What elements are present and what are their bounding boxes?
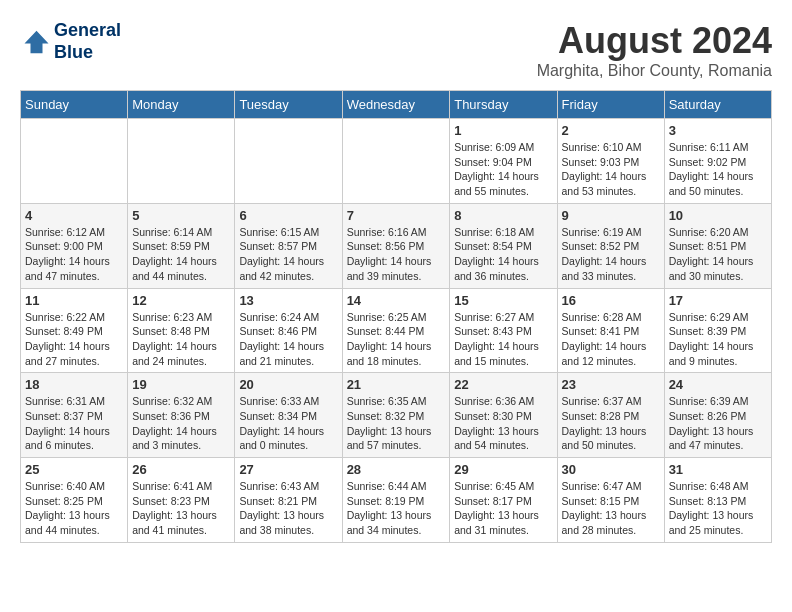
calendar-cell: 23Sunrise: 6:37 AMSunset: 8:28 PMDayligh… (557, 373, 664, 458)
day-info: Sunrise: 6:10 AMSunset: 9:03 PMDaylight:… (562, 140, 660, 199)
calendar-cell: 26Sunrise: 6:41 AMSunset: 8:23 PMDayligh… (128, 458, 235, 543)
calendar-week-3: 11Sunrise: 6:22 AMSunset: 8:49 PMDayligh… (21, 288, 772, 373)
day-number: 13 (239, 293, 337, 308)
day-info: Sunrise: 6:14 AMSunset: 8:59 PMDaylight:… (132, 225, 230, 284)
calendar-cell: 1Sunrise: 6:09 AMSunset: 9:04 PMDaylight… (450, 119, 557, 204)
weekday-header-saturday: Saturday (664, 91, 771, 119)
weekday-header-row: SundayMondayTuesdayWednesdayThursdayFrid… (21, 91, 772, 119)
day-info: Sunrise: 6:47 AMSunset: 8:15 PMDaylight:… (562, 479, 660, 538)
calendar-cell: 12Sunrise: 6:23 AMSunset: 8:48 PMDayligh… (128, 288, 235, 373)
day-info: Sunrise: 6:12 AMSunset: 9:00 PMDaylight:… (25, 225, 123, 284)
day-info: Sunrise: 6:15 AMSunset: 8:57 PMDaylight:… (239, 225, 337, 284)
day-info: Sunrise: 6:36 AMSunset: 8:30 PMDaylight:… (454, 394, 552, 453)
day-info: Sunrise: 6:20 AMSunset: 8:51 PMDaylight:… (669, 225, 767, 284)
weekday-header-thursday: Thursday (450, 91, 557, 119)
header: General Blue August 2024 Marghita, Bihor… (20, 20, 772, 80)
calendar-cell: 7Sunrise: 6:16 AMSunset: 8:56 PMDaylight… (342, 203, 450, 288)
day-info: Sunrise: 6:45 AMSunset: 8:17 PMDaylight:… (454, 479, 552, 538)
calendar-cell: 16Sunrise: 6:28 AMSunset: 8:41 PMDayligh… (557, 288, 664, 373)
calendar-cell: 18Sunrise: 6:31 AMSunset: 8:37 PMDayligh… (21, 373, 128, 458)
day-number: 30 (562, 462, 660, 477)
day-info: Sunrise: 6:29 AMSunset: 8:39 PMDaylight:… (669, 310, 767, 369)
day-number: 18 (25, 377, 123, 392)
day-number: 27 (239, 462, 337, 477)
day-number: 7 (347, 208, 446, 223)
day-number: 20 (239, 377, 337, 392)
weekday-header-tuesday: Tuesday (235, 91, 342, 119)
day-number: 28 (347, 462, 446, 477)
calendar-body: 1Sunrise: 6:09 AMSunset: 9:04 PMDaylight… (21, 119, 772, 543)
calendar-cell: 29Sunrise: 6:45 AMSunset: 8:17 PMDayligh… (450, 458, 557, 543)
weekday-header-sunday: Sunday (21, 91, 128, 119)
day-number: 9 (562, 208, 660, 223)
calendar-week-1: 1Sunrise: 6:09 AMSunset: 9:04 PMDaylight… (21, 119, 772, 204)
calendar-cell: 15Sunrise: 6:27 AMSunset: 8:43 PMDayligh… (450, 288, 557, 373)
day-info: Sunrise: 6:19 AMSunset: 8:52 PMDaylight:… (562, 225, 660, 284)
calendar-week-4: 18Sunrise: 6:31 AMSunset: 8:37 PMDayligh… (21, 373, 772, 458)
calendar-cell: 22Sunrise: 6:36 AMSunset: 8:30 PMDayligh… (450, 373, 557, 458)
day-number: 24 (669, 377, 767, 392)
day-number: 29 (454, 462, 552, 477)
calendar-cell: 24Sunrise: 6:39 AMSunset: 8:26 PMDayligh… (664, 373, 771, 458)
calendar-week-2: 4Sunrise: 6:12 AMSunset: 9:00 PMDaylight… (21, 203, 772, 288)
location-subtitle: Marghita, Bihor County, Romania (537, 62, 772, 80)
day-info: Sunrise: 6:37 AMSunset: 8:28 PMDaylight:… (562, 394, 660, 453)
day-number: 8 (454, 208, 552, 223)
day-info: Sunrise: 6:48 AMSunset: 8:13 PMDaylight:… (669, 479, 767, 538)
day-info: Sunrise: 6:31 AMSunset: 8:37 PMDaylight:… (25, 394, 123, 453)
logo-icon (20, 27, 50, 57)
day-number: 11 (25, 293, 123, 308)
day-number: 3 (669, 123, 767, 138)
day-info: Sunrise: 6:40 AMSunset: 8:25 PMDaylight:… (25, 479, 123, 538)
day-number: 5 (132, 208, 230, 223)
day-number: 25 (25, 462, 123, 477)
day-info: Sunrise: 6:27 AMSunset: 8:43 PMDaylight:… (454, 310, 552, 369)
calendar-cell (128, 119, 235, 204)
calendar-cell: 13Sunrise: 6:24 AMSunset: 8:46 PMDayligh… (235, 288, 342, 373)
calendar-cell: 25Sunrise: 6:40 AMSunset: 8:25 PMDayligh… (21, 458, 128, 543)
calendar-cell (21, 119, 128, 204)
day-number: 14 (347, 293, 446, 308)
calendar-cell: 27Sunrise: 6:43 AMSunset: 8:21 PMDayligh… (235, 458, 342, 543)
calendar-cell: 10Sunrise: 6:20 AMSunset: 8:51 PMDayligh… (664, 203, 771, 288)
calendar-cell: 9Sunrise: 6:19 AMSunset: 8:52 PMDaylight… (557, 203, 664, 288)
day-info: Sunrise: 6:41 AMSunset: 8:23 PMDaylight:… (132, 479, 230, 538)
day-info: Sunrise: 6:28 AMSunset: 8:41 PMDaylight:… (562, 310, 660, 369)
day-info: Sunrise: 6:44 AMSunset: 8:19 PMDaylight:… (347, 479, 446, 538)
calendar-cell: 11Sunrise: 6:22 AMSunset: 8:49 PMDayligh… (21, 288, 128, 373)
calendar-cell: 3Sunrise: 6:11 AMSunset: 9:02 PMDaylight… (664, 119, 771, 204)
day-number: 12 (132, 293, 230, 308)
day-info: Sunrise: 6:32 AMSunset: 8:36 PMDaylight:… (132, 394, 230, 453)
calendar-cell: 30Sunrise: 6:47 AMSunset: 8:15 PMDayligh… (557, 458, 664, 543)
day-number: 23 (562, 377, 660, 392)
logo: General Blue (20, 20, 121, 63)
calendar-cell: 4Sunrise: 6:12 AMSunset: 9:00 PMDaylight… (21, 203, 128, 288)
day-info: Sunrise: 6:18 AMSunset: 8:54 PMDaylight:… (454, 225, 552, 284)
day-info: Sunrise: 6:09 AMSunset: 9:04 PMDaylight:… (454, 140, 552, 199)
calendar-cell: 14Sunrise: 6:25 AMSunset: 8:44 PMDayligh… (342, 288, 450, 373)
day-info: Sunrise: 6:11 AMSunset: 9:02 PMDaylight:… (669, 140, 767, 199)
day-number: 1 (454, 123, 552, 138)
day-number: 31 (669, 462, 767, 477)
day-info: Sunrise: 6:22 AMSunset: 8:49 PMDaylight:… (25, 310, 123, 369)
calendar-cell: 21Sunrise: 6:35 AMSunset: 8:32 PMDayligh… (342, 373, 450, 458)
day-info: Sunrise: 6:39 AMSunset: 8:26 PMDaylight:… (669, 394, 767, 453)
day-number: 26 (132, 462, 230, 477)
weekday-header-friday: Friday (557, 91, 664, 119)
day-info: Sunrise: 6:24 AMSunset: 8:46 PMDaylight:… (239, 310, 337, 369)
calendar-cell: 6Sunrise: 6:15 AMSunset: 8:57 PMDaylight… (235, 203, 342, 288)
logo-text: General Blue (54, 20, 121, 63)
day-number: 22 (454, 377, 552, 392)
calendar-cell: 2Sunrise: 6:10 AMSunset: 9:03 PMDaylight… (557, 119, 664, 204)
day-number: 6 (239, 208, 337, 223)
calendar-cell: 5Sunrise: 6:14 AMSunset: 8:59 PMDaylight… (128, 203, 235, 288)
calendar-cell: 28Sunrise: 6:44 AMSunset: 8:19 PMDayligh… (342, 458, 450, 543)
calendar-week-5: 25Sunrise: 6:40 AMSunset: 8:25 PMDayligh… (21, 458, 772, 543)
calendar-table: SundayMondayTuesdayWednesdayThursdayFrid… (20, 90, 772, 543)
weekday-header-monday: Monday (128, 91, 235, 119)
day-info: Sunrise: 6:16 AMSunset: 8:56 PMDaylight:… (347, 225, 446, 284)
day-info: Sunrise: 6:33 AMSunset: 8:34 PMDaylight:… (239, 394, 337, 453)
day-info: Sunrise: 6:35 AMSunset: 8:32 PMDaylight:… (347, 394, 446, 453)
day-number: 16 (562, 293, 660, 308)
day-info: Sunrise: 6:43 AMSunset: 8:21 PMDaylight:… (239, 479, 337, 538)
